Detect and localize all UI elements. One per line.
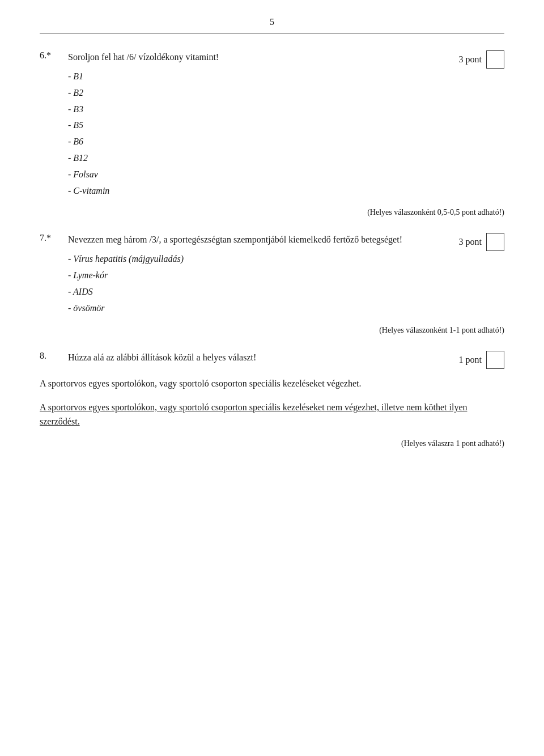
q7-answer-4: - övsömör bbox=[68, 300, 504, 317]
q6-points-label: 3 pont bbox=[459, 54, 482, 65]
question-6-block: 6.* Soroljon fel hat /6/ vízoldékony vit… bbox=[40, 50, 504, 217]
question-7-block: 7.* Nevezzen meg három /3/, a sportegész… bbox=[40, 233, 504, 334]
q8-points-box bbox=[486, 351, 504, 369]
q8-hint: (Helyes válaszra 1 pont adható!) bbox=[40, 439, 504, 448]
q6-answer-b5: - B5 bbox=[68, 117, 504, 134]
q8-points-label: 1 pont bbox=[459, 355, 482, 365]
q8-paragraph1: A sportorvos egyes sportolókon, vagy spo… bbox=[40, 377, 504, 391]
q6-points-box bbox=[486, 50, 504, 69]
q6-hint: (Helyes válaszonként 0,5-0,5 pont adható… bbox=[40, 208, 504, 217]
q8-body: A sportorvos egyes sportolókon, vagy spo… bbox=[40, 377, 504, 429]
q7-points-label: 3 pont bbox=[459, 237, 482, 247]
q6-text: Soroljon fel hat /6/ vízoldékony vitamin… bbox=[68, 50, 459, 64]
q8-text: Húzza alá az alábbi állítások közül a he… bbox=[68, 351, 459, 364]
q8-points-area: 1 pont bbox=[459, 351, 504, 369]
q6-answer-b3: - B3 bbox=[68, 101, 504, 118]
q7-answer-1: - Vírus hepatitis (májgyulladás) bbox=[68, 251, 504, 267]
q8-number: 8. bbox=[40, 351, 68, 361]
q7-text: Nevezzen meg három /3/, a sportegészségt… bbox=[68, 233, 459, 247]
q7-answer-2: - Lyme-kór bbox=[68, 267, 504, 284]
page-number: 5 bbox=[40, 17, 504, 27]
q6-points-area: 3 pont bbox=[459, 50, 504, 69]
q6-answer-b2: - B2 bbox=[68, 85, 504, 101]
question-8-block: 8. Húzza alá az alábbi állítások közül a… bbox=[40, 351, 504, 448]
q6-answer-b6: - B6 bbox=[68, 134, 504, 150]
q7-points-box bbox=[486, 233, 504, 251]
top-divider bbox=[40, 33, 504, 33]
q7-hint: (Helyes válaszonként 1-1 pont adható!) bbox=[40, 326, 504, 335]
q6-answer-b12: - B12 bbox=[68, 150, 504, 167]
q6-answer-b1: - B1 bbox=[68, 69, 504, 85]
q6-answer-folsav: - Folsav bbox=[68, 167, 504, 183]
q7-number: 7.* bbox=[40, 233, 68, 243]
q6-answers: - B1 - B2 - B3 - B5 - B6 - B12 - Folsav … bbox=[68, 69, 504, 199]
q6-number: 6.* bbox=[40, 50, 68, 61]
q6-answer-cvitamin: - C-vitamin bbox=[68, 183, 504, 199]
q7-answers: - Vírus hepatitis (májgyulladás) - Lyme-… bbox=[68, 251, 504, 316]
q7-points-area: 3 pont bbox=[459, 233, 504, 251]
q8-paragraph2: A sportorvos egyes sportolókon, vagy spo… bbox=[40, 401, 504, 429]
q7-answer-3: - AIDS bbox=[68, 284, 504, 300]
